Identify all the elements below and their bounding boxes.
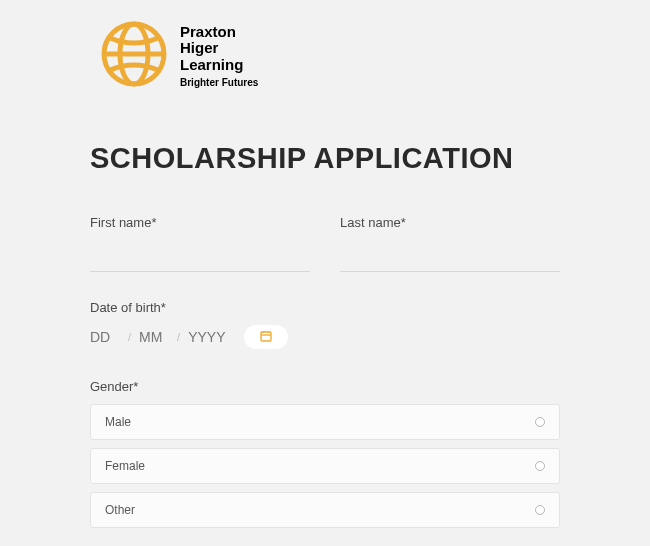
name-row: First name* Last name* [90, 215, 560, 272]
dob-day-input[interactable] [90, 329, 120, 345]
brand-tagline: Brighter Futures [180, 77, 258, 88]
gender-option-label: Other [105, 503, 135, 517]
dob-month-input[interactable] [139, 329, 169, 345]
first-name-input[interactable] [90, 250, 310, 272]
last-name-label: Last name* [340, 215, 560, 230]
gender-option-female[interactable]: Female [90, 448, 560, 484]
brand-line3: Learning [180, 57, 258, 74]
first-name-label: First name* [90, 215, 310, 230]
svg-rect-3 [261, 332, 271, 341]
page-title: SCHOLARSHIP APPLICATION [90, 142, 560, 175]
gender-option-other[interactable]: Other [90, 492, 560, 528]
brand-line1: Praxton [180, 24, 258, 41]
gender-label: Gender* [90, 379, 560, 394]
calendar-icon [260, 330, 272, 345]
dob-year-input[interactable] [188, 329, 230, 345]
first-name-field: First name* [90, 215, 310, 272]
radio-icon [535, 505, 545, 515]
last-name-field: Last name* [340, 215, 560, 272]
logo-block: Praxton Higer Learning Brighter Futures [90, 20, 560, 92]
globe-icon [100, 20, 168, 92]
dob-row: / / [90, 325, 560, 349]
radio-icon [535, 461, 545, 471]
last-name-input[interactable] [340, 250, 560, 272]
gender-option-label: Female [105, 459, 145, 473]
brand-line2: Higer [180, 40, 258, 57]
dob-separator-2: / [177, 331, 180, 343]
calendar-button[interactable] [244, 325, 288, 349]
dob-section: Date of birth* / / [90, 300, 560, 349]
gender-option-label: Male [105, 415, 131, 429]
dob-label: Date of birth* [90, 300, 560, 315]
form-container: Praxton Higer Learning Brighter Futures … [0, 0, 650, 528]
dob-separator-1: / [128, 331, 131, 343]
gender-option-male[interactable]: Male [90, 404, 560, 440]
brand-text: Praxton Higer Learning Brighter Futures [180, 24, 258, 89]
radio-icon [535, 417, 545, 427]
gender-section: Gender* Male Female Other [90, 379, 560, 528]
